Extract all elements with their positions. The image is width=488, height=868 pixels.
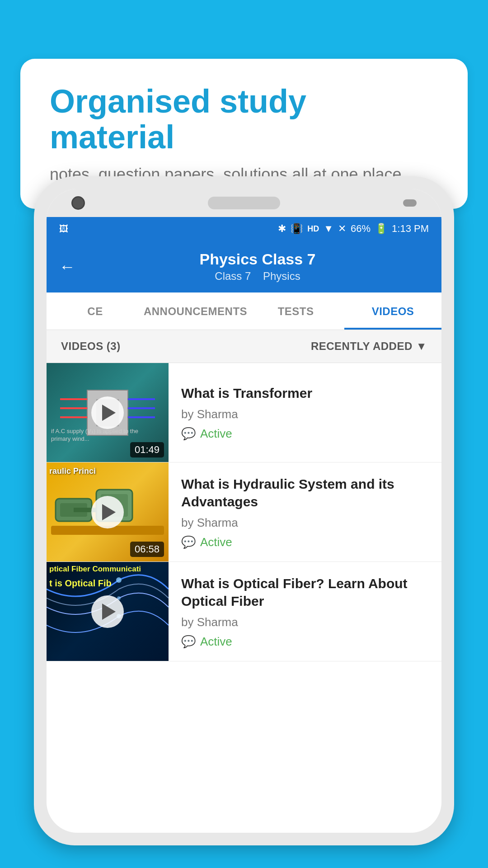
play-icon [102,504,116,520]
chat-icon: 💬 [181,427,196,441]
phone-frame: 🖼 ✱ 📳 HD ▼ ✕ 66% 🔋 1:13 PM ← Physics Cla… [34,176,454,868]
back-button[interactable]: ← [59,257,75,276]
wifi-icon: ▼ [324,223,333,235]
chevron-down-icon: ▼ [416,340,427,353]
tab-tests[interactable]: TESTS [247,292,344,330]
tab-announcements[interactable]: ANNOUNCEMENTS [144,292,247,330]
vibrate-icon: 📳 [291,223,303,235]
status-right: ✱ 📳 HD ▼ ✕ 66% 🔋 1:13 PM [278,223,429,235]
notification-icon: 🖼 [59,224,68,234]
video-thumbnail: ptical Fiber Communicati t is Optical Fi… [47,562,169,661]
play-button[interactable] [91,396,124,429]
status-bar: 🖼 ✱ 📳 HD ▼ ✕ 66% 🔋 1:13 PM [47,217,441,241]
battery-text: 66% [351,223,371,235]
toolbar-subtitle: Class 7 Physics [86,270,429,283]
clock: 1:13 PM [392,223,429,235]
phone-top-bar [47,189,441,217]
play-icon [102,604,116,620]
tab-ce[interactable]: CE [47,292,144,330]
app-toolbar: ← Physics Class 7 Class 7 Physics [47,241,441,292]
video-thumbnail: if A.C supply (V₁) is applied to the pri… [47,363,169,462]
video-status: 💬 Active [181,535,429,549]
video-author: by Sharma [181,615,429,629]
duration-badge: 06:58 [130,542,164,557]
video-info: What is Hydraulic System and its Advanta… [169,462,441,561]
video-status: 💬 Active [181,427,429,441]
video-title: What is Transformer [181,384,429,402]
camera [71,196,85,210]
video-item[interactable]: if A.C supply (V₁) is applied to the pri… [47,363,441,462]
duration-badge: 01:49 [130,442,164,458]
bubble-title: Organised study material [50,84,438,155]
video-status: 💬 Active [181,635,429,649]
speaker [208,197,280,209]
battery-icon: 🔋 [375,223,387,235]
bluetooth-icon: ✱ [278,223,286,235]
list-header: VIDEOS (3) RECENTLY ADDED ▼ [47,330,441,363]
tabs-bar: CE ANNOUNCEMENTS TESTS VIDEOS [47,292,441,330]
chat-icon: 💬 [181,535,196,549]
video-author: by Sharma [181,407,429,421]
tab-videos[interactable]: VIDEOS [344,292,441,330]
video-title: What is Hydraulic System and its Advanta… [181,475,429,510]
play-icon [102,405,116,421]
video-info: What is Optical Fiber? Learn About Optic… [169,562,441,661]
status-left: 🖼 [59,224,68,234]
sort-button[interactable]: RECENTLY ADDED ▼ [311,340,427,353]
video-list: if A.C supply (V₁) is applied to the pri… [47,363,441,833]
video-info: What is Transformer by Sharma 💬 Active [169,363,441,462]
video-author: by Sharma [181,516,429,530]
sensor [403,199,417,207]
video-item[interactable]: ptical Fiber Communicati t is Optical Fi… [47,562,441,661]
play-button[interactable] [91,496,124,528]
signal-icon: ✕ [338,223,346,235]
video-title: What is Optical Fiber? Learn About Optic… [181,575,429,610]
video-thumbnail: raulic Princi 06:58 [47,462,169,561]
video-count: VIDEOS (3) [61,340,121,353]
play-button[interactable] [91,595,124,628]
hd-badge: HD [307,224,319,234]
chat-icon: 💬 [181,635,196,649]
video-item[interactable]: raulic Princi 06:58 What is Hydraulic Sy… [47,462,441,562]
toolbar-title: Physics Class 7 [86,250,429,268]
